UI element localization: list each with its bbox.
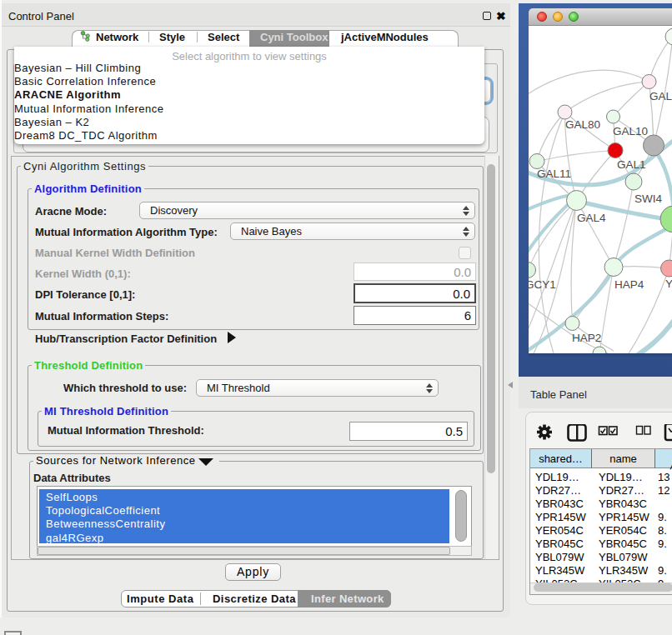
svg-text:HAP4: HAP4	[614, 278, 644, 291]
svg-text:GAL11: GAL11	[537, 168, 571, 180]
svg-text:GAL10: GAL10	[613, 125, 648, 138]
svg-text:SWI4: SWI4	[634, 192, 662, 205]
svg-text:YEL: YEL	[665, 278, 672, 290]
svg-text:GCY1: GCY1	[529, 278, 556, 291]
svg-text:GAL7: GAL7	[649, 90, 672, 102]
svg-text:GAL80: GAL80	[565, 118, 600, 131]
svg-text:HAP2: HAP2	[572, 332, 601, 344]
svg-text:GAL4: GAL4	[577, 212, 606, 224]
svg-text:GAL1: GAL1	[617, 158, 646, 171]
